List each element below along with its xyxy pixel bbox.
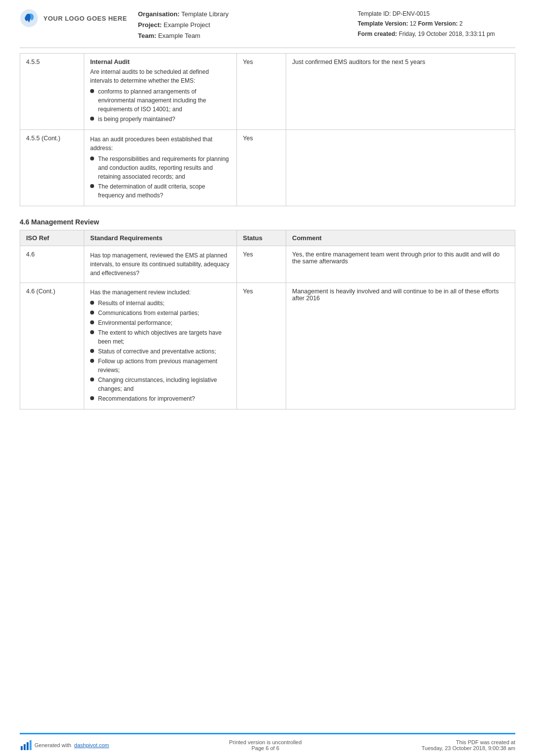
bullet-dot — [90, 89, 94, 93]
bullet-dot — [90, 396, 94, 400]
bullet-text: Recommendations for improvement? — [98, 394, 195, 403]
bullet-dot — [90, 330, 94, 334]
bullet-text: Environmental performance; — [98, 318, 172, 327]
list-item: The extent to which objectives are targe… — [90, 328, 231, 346]
page-text: Page 6 of 6 — [229, 745, 301, 751]
table-header-row: ISO Ref Standard Requirements Status Com… — [20, 230, 515, 246]
bullet-dot — [90, 359, 94, 363]
pdf-created-text: This PDF was created at — [422, 739, 515, 745]
org-label: Organisation: — [138, 10, 180, 18]
table-row: 4.6 (Cont.) Has the management review in… — [20, 283, 515, 410]
bullet-text: Status of corrective and preventative ac… — [98, 347, 216, 356]
comment-cell: Just confirmed EMS auditors for the next… — [286, 54, 515, 130]
header-comment: Comment — [286, 230, 515, 246]
status-cell: Yes — [237, 246, 286, 283]
uncontrolled-text: Printed version is uncontrolled — [229, 739, 301, 745]
logo-text: YOUR LOGO GOES HERE — [43, 15, 127, 22]
generated-text: Generated with — [34, 742, 71, 748]
bullet-text: The extent to which objectives are targe… — [98, 328, 231, 346]
project-value: Example Project — [164, 21, 210, 29]
table-row: 4.6 Has top management, reviewed the EMS… — [20, 246, 515, 283]
footer-right: This PDF was created at Tuesday, 23 Octo… — [422, 739, 515, 751]
table-row: 4.5.5 Internal Audit Are internal audits… — [20, 54, 515, 130]
header-right: Template ID: DP-ENV-0015 Template Versio… — [358, 9, 515, 39]
footer-center: Printed version is uncontrolled Page 6 o… — [229, 739, 301, 751]
team-label: Team: — [138, 32, 156, 39]
footer: Generated with dashpivot.com Printed ver… — [20, 733, 515, 756]
bullet-dot — [90, 157, 94, 160]
ref-cell: 4.6 — [20, 246, 84, 283]
comment-cell — [286, 130, 515, 206]
team-line: Team: Example Team — [138, 31, 358, 41]
bullet-dot — [90, 349, 94, 353]
dashpivot-link[interactable]: dashpivot.com — [74, 742, 109, 748]
list-item: Changing circumstances, including legisl… — [90, 376, 231, 393]
svg-rect-2 — [24, 744, 26, 750]
ref-cell: 4.5.5 — [20, 54, 84, 130]
footer-logo-icon — [20, 739, 32, 751]
bullet-text: Results of internal audits; — [98, 299, 165, 308]
header-status: Status — [237, 230, 286, 246]
section-46-table: ISO Ref Standard Requirements Status Com… — [20, 230, 515, 410]
req-title: Internal Audit — [90, 59, 231, 65]
bullet-dot — [90, 117, 94, 121]
svg-rect-3 — [27, 742, 29, 750]
bullet-text: Communications from external parties; — [98, 309, 199, 317]
project-line: Project: Example Project — [138, 20, 358, 31]
section-46-header: 4.6 Management Review — [20, 218, 515, 226]
bullet-text: The responsibilities and requirements fo… — [98, 155, 231, 181]
comment-cell: Yes, the entire management team went thr… — [286, 246, 515, 283]
bullet-text: The determination of audit criteria, sco… — [98, 182, 231, 200]
req-body: Has the management review included: — [90, 288, 231, 297]
req-cell: Has an audit procedures been established… — [84, 130, 237, 206]
bullet-list: conforms to planned arrangements of envi… — [90, 87, 231, 124]
header-center: Organisation: Template Library Project: … — [128, 9, 358, 41]
form-version-value: 2 — [460, 20, 463, 27]
bullet-dot — [90, 301, 94, 305]
pdf-created-date: Tuesday, 23 October 2018, 9:00:38 am — [422, 745, 515, 751]
req-cell: Has the management review included: Resu… — [84, 283, 237, 410]
status-cell: Yes — [237, 54, 286, 130]
req-body: Are internal audits to be scheduled at d… — [90, 67, 231, 85]
main-content: 4.5.5 Internal Audit Are internal audits… — [20, 48, 515, 733]
list-item: Communications from external parties; — [90, 309, 231, 317]
table-row: 4.5.5 (Cont.) Has an audit procedures be… — [20, 130, 515, 206]
template-id-label: Template ID: — [358, 10, 391, 17]
page: YOUR LOGO GOES HERE Organisation: Templa… — [0, 0, 535, 756]
header: YOUR LOGO GOES HERE Organisation: Templa… — [20, 0, 515, 48]
project-label: Project: — [138, 21, 162, 29]
bullet-list: Results of internal audits; Communicatio… — [90, 299, 231, 403]
list-item: The determination of audit criteria, sco… — [90, 182, 231, 200]
section-455-table: 4.5.5 Internal Audit Are internal audits… — [20, 53, 515, 206]
template-version-value: 12 — [410, 20, 416, 27]
logo-icon — [20, 9, 38, 28]
bullet-dot — [90, 311, 94, 315]
form-created-label: Form created: — [358, 31, 397, 37]
svg-rect-1 — [21, 746, 23, 750]
ref-cell: 4.5.5 (Cont.) — [20, 130, 84, 206]
bullet-text: is being properly maintained? — [98, 115, 175, 124]
team-value: Example Team — [158, 32, 201, 39]
req-body: Has an audit procedures been established… — [90, 135, 231, 153]
org-value: Template Library — [181, 10, 229, 18]
bullet-dot — [90, 320, 94, 324]
header-standard-req: Standard Requirements — [84, 230, 237, 246]
status-cell: Yes — [237, 130, 286, 206]
bullet-text: conforms to planned arrangements of envi… — [98, 87, 231, 114]
template-version-label: Template Version: — [358, 20, 408, 27]
org-line: Organisation: Template Library — [138, 9, 358, 20]
logo-area: YOUR LOGO GOES HERE — [20, 9, 128, 28]
form-created-line: Form created: Friday, 19 October 2018, 3… — [358, 29, 515, 39]
req-cell: Has top management, reviewed the EMS at … — [84, 246, 237, 283]
bullet-dot — [90, 378, 94, 381]
form-created-value: Friday, 19 October 2018, 3:33:11 pm — [399, 31, 495, 37]
version-line: Template Version: 12 Form Version: 2 — [358, 19, 515, 29]
bullet-text: Changing circumstances, including legisl… — [98, 376, 231, 393]
bullet-list: The responsibilities and requirements fo… — [90, 155, 231, 200]
bullet-dot — [90, 184, 94, 188]
list-item: Follow up actions from previous manageme… — [90, 357, 231, 375]
list-item: The responsibilities and requirements fo… — [90, 155, 231, 181]
footer-left: Generated with dashpivot.com — [20, 739, 109, 751]
list-item: Environmental performance; — [90, 318, 231, 327]
form-version-label: Form Version: — [418, 20, 458, 27]
